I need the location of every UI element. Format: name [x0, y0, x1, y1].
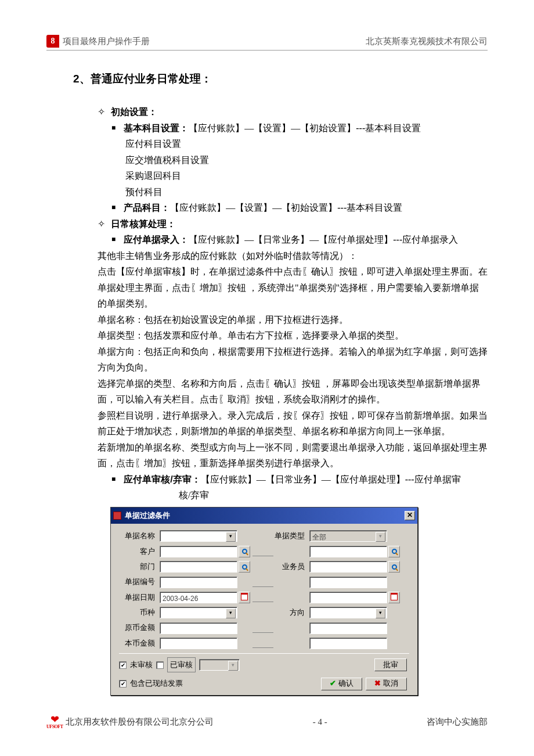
- page-header: 8 项目最终用户操作手册 北京英斯泰克视频技术有限公司: [46, 35, 488, 51]
- body-p6: 选择完单据的类型、名称和方向后，点击〖确认〗按钮 ，屏幕即会出现该类型单据新增单…: [98, 376, 488, 408]
- lbl-unaudited: 未审核: [130, 658, 153, 671]
- body-p4: 单据类型：包括发票和应付单。单击右方下拉框，选择要录入单据的类型。: [98, 327, 488, 344]
- company-name: 北京英斯泰克视频技术有限公司: [366, 36, 488, 47]
- calendar-icon[interactable]: [239, 592, 250, 603]
- search-icon[interactable]: [239, 561, 250, 573]
- customer-input-from[interactable]: [160, 546, 237, 557]
- dialog-titlebar[interactable]: 单据过滤条件 ✕: [111, 507, 417, 524]
- body-p5: 单据方向：包括正向和负向，根据需要用下拉框进行选择。若输入的单据为红字单据，则可…: [98, 344, 488, 376]
- body-p7: 参照栏目说明，进行单据录入。录入完成后，按〖保存〗按钮，即可保存当前新增单据。如…: [98, 408, 488, 440]
- lbl-include-settled: 包含已现结发票: [130, 677, 183, 690]
- ufsoft-logo-icon: ❤ UFSOFT: [46, 714, 63, 729]
- docno-input-to[interactable]: [309, 577, 387, 588]
- u8-logo-icon: 8: [46, 35, 59, 48]
- lbl-audited: 已审核: [167, 657, 196, 672]
- search-icon[interactable]: [388, 561, 400, 573]
- body-p8: 若新增加的单据名称、类型或方向与上一张不同，则需要退出单据录入功能，返回单据处理…: [98, 440, 488, 471]
- section-title: 2、普通应付业务日常处理：: [73, 71, 488, 87]
- lbl-orig-amt: 原币金额: [119, 621, 158, 634]
- ap-audit-cont: 核/弃审: [179, 487, 488, 503]
- ap-audit-label: 应付单审核/弃审：: [124, 474, 200, 484]
- currency-combo[interactable]: [160, 607, 237, 618]
- product-subject-label: 产品科目：: [124, 203, 170, 213]
- body-p1: 其他非主销售业务形成的应付账款（如对外临时借款等情况）：: [98, 248, 488, 264]
- lbl-customer: 客户: [119, 545, 158, 558]
- sub-item: 应交增值税科目设置: [125, 152, 488, 168]
- salesman-input[interactable]: [309, 561, 387, 573]
- search-icon[interactable]: [388, 546, 400, 557]
- lbl-dept: 部门: [119, 560, 158, 573]
- doc-title: 项目最终用户操作手册: [63, 36, 150, 47]
- doc-type-combo[interactable]: 全部: [309, 530, 387, 542]
- body-p2: 点击【应付单据审核】时，在单据过滤条件中点击〖确认〗按钮，即可进入单据处理主界面…: [98, 264, 488, 312]
- range-dash: [252, 647, 273, 648]
- customer-input-to[interactable]: [309, 546, 387, 557]
- init-settings-heading: 初始设置：: [111, 107, 157, 117]
- daily-process-heading: 日常核算处理：: [111, 219, 176, 229]
- lbl-local-amt: 本币金额: [119, 637, 158, 650]
- range-dash: [252, 586, 273, 587]
- footer-dept: 咨询中心实施部: [427, 717, 488, 728]
- range-dash: [252, 556, 273, 556]
- cancel-button[interactable]: ✖取消: [366, 678, 407, 690]
- sub-item: 预付科目: [125, 184, 488, 200]
- footer-company: 北京用友软件股份有限公司北京分公司: [66, 717, 214, 728]
- direction-combo[interactable]: [309, 607, 387, 618]
- sub-item: 应付科目设置: [125, 136, 488, 152]
- doc-name-combo[interactable]: [160, 530, 237, 542]
- product-subject-path: 【应付账款】—【设置】—【初始设置】---基本科目设置: [170, 203, 402, 213]
- ap-audit-path: 【应付账款】—【日常业务】—【应付单据处理】---应付单据审: [201, 474, 461, 484]
- local-amt-from[interactable]: [160, 638, 237, 649]
- dialog-app-icon: [113, 512, 121, 520]
- audited-checkbox[interactable]: [156, 661, 164, 669]
- date-input-from[interactable]: 2003-04-26: [160, 592, 237, 603]
- body-p3: 单据名称：包括在初始设置设定的单据，用下拉框进行选择。: [98, 312, 488, 328]
- lbl-salesman: 业务员: [271, 560, 308, 573]
- local-amt-to[interactable]: [309, 638, 387, 649]
- sub-item: 采购退回科目: [125, 168, 488, 184]
- dept-input[interactable]: [160, 561, 237, 573]
- unaudited-checkbox[interactable]: ✔: [119, 661, 127, 669]
- basic-subject-label: 基本科目设置：: [124, 123, 189, 133]
- audit-combo[interactable]: [199, 659, 240, 671]
- page-footer: ❤ UFSOFT 北京用友软件股份有限公司北京分公司 - 4 - 咨询中心实施部: [46, 714, 488, 729]
- orig-amt-from[interactable]: [160, 622, 237, 634]
- ap-entry-path: 【应付账款】—【日常业务】—【应付单据处理】---应付单据录入: [189, 235, 458, 244]
- lbl-direction: 方向: [271, 606, 308, 619]
- ok-button[interactable]: ✔确认: [321, 678, 362, 690]
- lbl-doc-type: 单据类型: [271, 530, 308, 542]
- dialog-title: 单据过滤条件: [125, 509, 170, 522]
- range-dash: [252, 602, 273, 602]
- docno-input-from[interactable]: [160, 577, 237, 588]
- basic-subject-path: 【应付账款】—【设置】—【初始设置】---基本科目设置: [189, 123, 421, 133]
- content-body: 初始设置： 基本科目设置：【应付账款】—【设置】—【初始设置】---基本科目设置…: [87, 104, 488, 696]
- lbl-doc-no: 单据编号: [119, 575, 158, 588]
- page-number: - 4 -: [313, 717, 327, 727]
- batch-audit-button[interactable]: 批审: [374, 658, 407, 671]
- orig-amt-to[interactable]: [309, 622, 387, 634]
- close-icon[interactable]: ✕: [405, 511, 415, 520]
- ap-entry-label: 应付单据录入：: [124, 235, 189, 244]
- filter-dialog: 单据过滤条件 ✕ 单据名称 单据类型 全部 客户: [110, 507, 418, 696]
- calendar-icon[interactable]: [388, 592, 400, 603]
- date-input-to[interactable]: [309, 592, 387, 603]
- range-dash: [252, 632, 273, 633]
- search-icon[interactable]: [239, 546, 250, 557]
- lbl-doc-name: 单据名称: [119, 530, 158, 542]
- include-settled-checkbox[interactable]: ✔: [119, 680, 127, 687]
- lbl-doc-date: 单据日期: [119, 591, 158, 604]
- lbl-currency: 币种: [119, 606, 158, 619]
- check-icon: ✔: [330, 677, 336, 690]
- x-icon: ✖: [374, 677, 381, 690]
